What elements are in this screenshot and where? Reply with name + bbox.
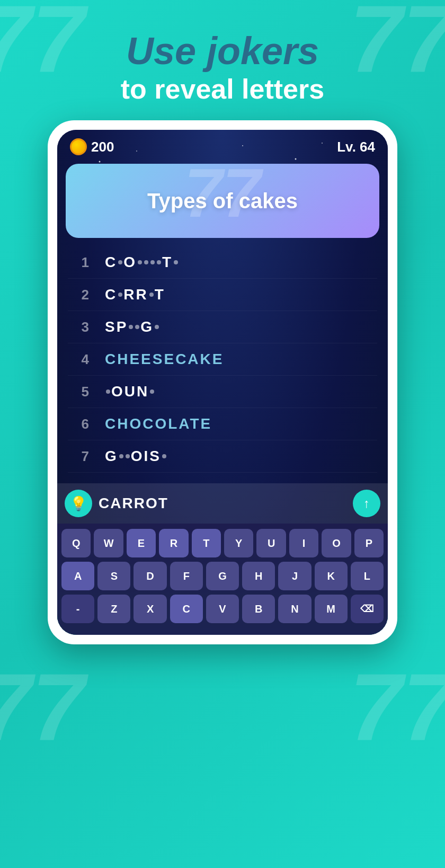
bg-letter-4: 77 (350, 652, 445, 762)
word-row-4: 4 CHEESECAKE (68, 343, 377, 376)
key-a[interactable]: A (61, 562, 94, 590)
key-n[interactable]: N (278, 595, 311, 623)
phone-screen: 200 Lv. 64 77 Types of cakes 1 COT 2 CRR… (57, 130, 388, 635)
key-k[interactable]: K (315, 562, 348, 590)
hint-button[interactable]: 💡 (65, 490, 92, 517)
key-g[interactable]: G (206, 562, 239, 590)
key-o[interactable]: O (322, 529, 351, 557)
key-y[interactable]: Y (224, 529, 253, 557)
word-pattern-1: COT (105, 254, 179, 271)
word-number-6: 6 (68, 416, 89, 432)
key-backspace[interactable]: ⌫ (351, 595, 384, 623)
word-list: 1 COT 2 CRRT 3 SPG 4 CHEESECAKE 5 OUN 6 (57, 246, 388, 483)
input-area: 💡 ↑ (57, 483, 388, 524)
word-number-2: 2 (68, 287, 89, 303)
word-pattern-5: OUN (105, 383, 155, 400)
word-row-1: 1 COT (68, 246, 377, 279)
word-pattern-4: CHEESECAKE (105, 351, 224, 368)
word-row-2: 2 CRRT (68, 279, 377, 311)
submit-button[interactable]: ↑ (353, 490, 380, 517)
topbar: 200 Lv. 64 (57, 130, 388, 160)
key-c[interactable]: C (170, 595, 203, 623)
key-w[interactable]: W (94, 529, 123, 557)
keyboard-row-3: - Z X C V B N M ⌫ (61, 595, 384, 623)
category-title: Types of cakes (147, 189, 298, 213)
word-number-5: 5 (68, 384, 89, 400)
word-row-3: 3 SPG (68, 311, 377, 343)
word-row-5: 5 OUN (68, 376, 377, 408)
key-x[interactable]: X (134, 595, 166, 623)
key-u[interactable]: U (256, 529, 286, 557)
word-number-3: 3 (68, 319, 89, 335)
category-card: 77 Types of cakes (66, 164, 379, 238)
level-indicator: Lv. 64 (337, 139, 375, 155)
keyboard-row-1: Q W E R T Y U I O P (61, 529, 384, 557)
coin-amount: 200 (91, 139, 114, 155)
header-subtitle: to reveal letters (0, 74, 445, 104)
phone-mockup: 200 Lv. 64 77 Types of cakes 1 COT 2 CRR… (48, 120, 397, 644)
submit-icon: ↑ (363, 496, 370, 511)
key-r[interactable]: R (159, 529, 188, 557)
key-t[interactable]: T (192, 529, 221, 557)
coin-icon (70, 138, 87, 155)
key-z[interactable]: Z (97, 595, 130, 623)
key-i[interactable]: I (289, 529, 318, 557)
key-j[interactable]: J (278, 562, 311, 590)
header: Use jokers to reveal letters (0, 0, 445, 104)
word-input[interactable] (99, 495, 346, 512)
word-pattern-7: GOIS (105, 448, 167, 465)
word-number-1: 1 (68, 254, 89, 271)
key-e[interactable]: E (127, 529, 156, 557)
hint-icon: 💡 (70, 495, 87, 512)
word-row-6: 6 CHOCOLATE (68, 408, 377, 440)
bg-letter-3: 77 (0, 652, 85, 762)
keyboard-row-2: A S D F G H J K L (61, 562, 384, 590)
key-s[interactable]: S (97, 562, 130, 590)
keyboard: Q W E R T Y U I O P A S D F G H J K (57, 524, 388, 635)
key-v[interactable]: V (206, 595, 239, 623)
key-h[interactable]: H (242, 562, 275, 590)
key-b[interactable]: B (242, 595, 275, 623)
word-pattern-6: CHOCOLATE (105, 415, 212, 432)
word-number-4: 4 (68, 351, 89, 368)
key-p[interactable]: P (354, 529, 384, 557)
key-l[interactable]: L (351, 562, 384, 590)
header-title: Use jokers (0, 32, 445, 70)
key-f[interactable]: F (170, 562, 203, 590)
word-number-7: 7 (68, 448, 89, 465)
word-pattern-2: CRRT (105, 286, 165, 303)
word-pattern-3: SPG (105, 318, 160, 335)
coin-display: 200 (70, 138, 114, 155)
key-m[interactable]: M (315, 595, 348, 623)
key-dash[interactable]: - (61, 595, 94, 623)
key-q[interactable]: Q (61, 529, 91, 557)
word-row-7: 7 GOIS (68, 440, 377, 473)
key-d[interactable]: D (134, 562, 166, 590)
